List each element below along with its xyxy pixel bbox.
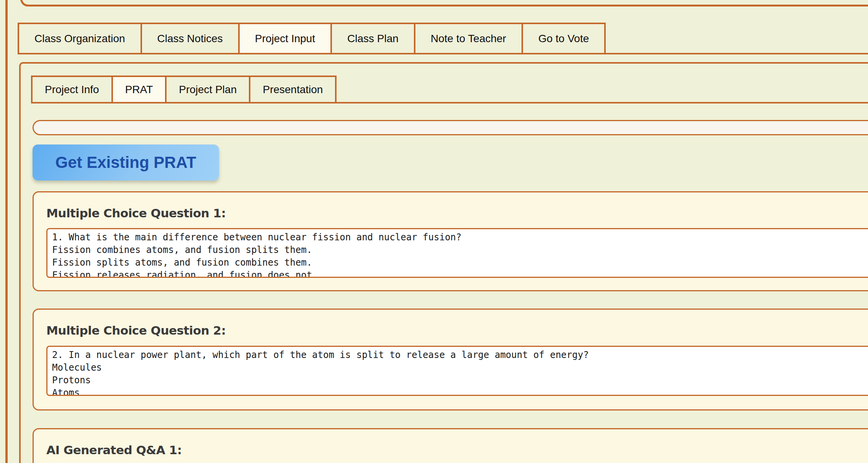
mcq1-box: Multiple Choice Question 1: 1. What is t… bbox=[33, 191, 868, 291]
ai-qa1-heading: AI Generated Q&A 1: bbox=[46, 443, 868, 457]
mcq2-textarea[interactable]: 2. In a nuclear power plant, which part … bbox=[46, 346, 868, 396]
main-tab-bar: Class Organization Class Notices Project… bbox=[19, 23, 868, 54]
get-existing-prat-button[interactable]: Get Existing PRAT bbox=[33, 144, 219, 181]
mcq1-textarea[interactable]: 1. What is the main difference between n… bbox=[46, 228, 868, 278]
mcq2-heading: Multiple Choice Question 2: bbox=[46, 323, 868, 337]
tab-go-to-vote[interactable]: Go to Vote bbox=[521, 23, 606, 54]
sub-tab-bar: Project Info PRAT Project Plan Presentat… bbox=[33, 76, 868, 103]
tab-class-organization[interactable]: Class Organization bbox=[18, 23, 142, 54]
mcq2-box: Multiple Choice Question 2: 2. In a nucl… bbox=[33, 309, 868, 410]
tab-class-notices[interactable]: Class Notices bbox=[141, 23, 240, 54]
subtab-project-plan[interactable]: Project Plan bbox=[165, 76, 250, 103]
progress-strip bbox=[33, 120, 868, 135]
subtab-presentation[interactable]: Presentation bbox=[249, 76, 337, 103]
tab-note-to-teacher[interactable]: Note to Teacher bbox=[414, 23, 523, 54]
top-panel-bottom-edge bbox=[20, 0, 868, 7]
mcq1-heading: Multiple Choice Question 1: bbox=[46, 206, 868, 220]
subtab-project-info[interactable]: Project Info bbox=[31, 76, 113, 103]
tab-class-plan[interactable]: Class Plan bbox=[330, 23, 415, 54]
subtab-prat[interactable]: PRAT bbox=[111, 76, 167, 103]
page-left-border bbox=[5, 0, 8, 463]
ai-qa1-box: AI Generated Q&A 1: bbox=[33, 428, 868, 463]
tab-project-input[interactable]: Project Input bbox=[238, 23, 332, 54]
